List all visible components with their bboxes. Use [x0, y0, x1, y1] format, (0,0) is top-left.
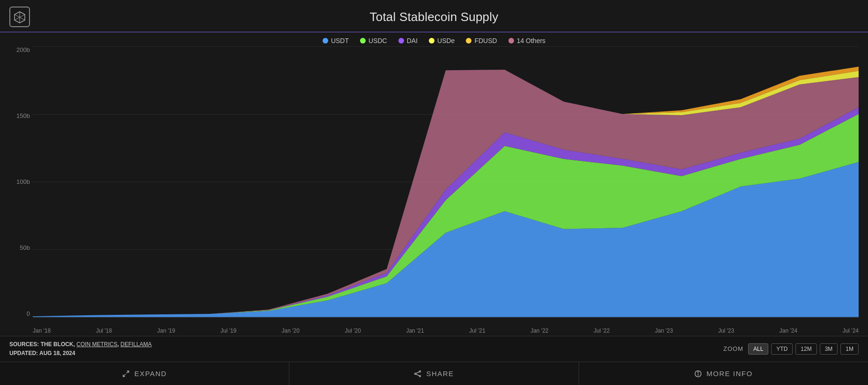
dai-dot: [398, 38, 404, 44]
x-label-jul22: Jul '22: [594, 327, 610, 334]
y-label-50b: 50b: [9, 244, 30, 251]
sources-label: SOURCES: THE BLOCK,: [9, 341, 76, 348]
svg-point-8: [415, 373, 416, 374]
share-label: SHARE: [426, 370, 454, 378]
legend-item-usdc: USDC: [360, 37, 387, 44]
y-label-0: 0: [9, 310, 30, 317]
app-container: Total Stablecoin Supply USDT USDC DAI US…: [0, 0, 868, 385]
fdusd-label: FDUSD: [474, 37, 497, 44]
x-label-jan18: Jan '18: [33, 327, 51, 334]
usdt-dot: [323, 38, 328, 44]
x-label-jan21: Jan '21: [406, 327, 424, 334]
y-axis: 200b 150b 100b 50b 0: [9, 46, 33, 317]
svg-point-9: [419, 375, 421, 377]
svg-line-11: [416, 374, 419, 375]
updated-label: UPDATED: AUG 18, 2024: [9, 350, 75, 356]
grid-line-bot: [33, 317, 859, 318]
expand-icon: [122, 370, 130, 378]
zoom-3m-button[interactable]: 3M: [820, 343, 838, 355]
legend-item-fdusd: FDUSD: [466, 37, 497, 44]
zoom-1m-button[interactable]: 1M: [840, 343, 859, 355]
footer-bar: SOURCES: THE BLOCK, COIN METRICS, DEFILL…: [0, 336, 868, 362]
x-label-jan22: Jan '22: [530, 327, 548, 334]
zoom-ytd-button[interactable]: YTD: [771, 343, 793, 355]
defillama-link[interactable]: DEFILLAMA: [120, 341, 152, 348]
info-icon: [694, 370, 702, 378]
more-info-label: MORE INFO: [706, 370, 753, 378]
legend-item-dai: DAI: [398, 37, 418, 44]
y-label-150b: 150b: [9, 112, 30, 119]
dai-label: DAI: [407, 37, 418, 44]
action-bar: EXPAND SHARE MORE INFO: [0, 362, 868, 385]
zoom-all-button[interactable]: ALL: [748, 343, 768, 355]
chart-title: Total Stablecoin Supply: [370, 10, 499, 24]
share-icon: [414, 370, 421, 378]
chart-area: 200b 150b 100b 50b 0: [0, 46, 868, 336]
x-label-jul20: Jul '20: [345, 327, 361, 334]
usde-label: USDe: [437, 37, 455, 44]
expand-label: EXPAND: [134, 370, 167, 378]
legend: USDT USDC DAI USDe FDUSD 14 Others: [0, 32, 868, 46]
others-dot: [508, 38, 514, 44]
others-label: 14 Others: [517, 37, 545, 44]
svg-point-14: [698, 371, 698, 372]
x-label-jul24: Jul '24: [843, 327, 859, 334]
y-label-100b: 100b: [9, 178, 30, 185]
expand-button[interactable]: EXPAND: [0, 362, 289, 385]
x-label-jul21: Jul '21: [469, 327, 485, 334]
sources-line1: SOURCES: THE BLOCK, COIN METRICS, DEFILL…: [9, 340, 152, 349]
share-button[interactable]: SHARE: [289, 362, 579, 385]
zoom-label: ZOOM: [723, 345, 743, 352]
x-label-jul19: Jul '19: [221, 327, 236, 334]
legend-item-others: 14 Others: [508, 37, 545, 44]
stacked-area-chart: [33, 46, 859, 317]
legend-item-usde: USDe: [429, 37, 455, 44]
svg-point-7: [419, 370, 421, 372]
svg-line-10: [416, 371, 419, 373]
logo-icon: [9, 7, 30, 27]
x-label-jan23: Jan '23: [655, 327, 673, 334]
x-label-jan24: Jan '24: [780, 327, 797, 334]
x-axis: Jan '18 Jul '18 Jan '19 Jul '19 Jan '20 …: [33, 327, 859, 334]
usdc-dot: [360, 38, 366, 44]
legend-item-usdt: USDT: [323, 37, 349, 44]
sources-info: SOURCES: THE BLOCK, COIN METRICS, DEFILL…: [9, 340, 152, 358]
usdc-label: USDC: [368, 37, 387, 44]
more-info-button[interactable]: MORE INFO: [579, 362, 868, 385]
x-label-jul23: Jul '23: [718, 327, 734, 334]
usdt-label: USDT: [331, 37, 349, 44]
x-label-jul18: Jul '18: [96, 327, 112, 334]
sources-line2: UPDATED: AUG 18, 2024: [9, 349, 152, 358]
zoom-controls: ZOOM ALL YTD 12M 3M 1M: [723, 343, 859, 355]
coin-metrics-link[interactable]: COIN METRICS: [76, 341, 117, 348]
chart-inner: [33, 46, 859, 317]
y-label-200b: 200b: [9, 46, 30, 53]
fdusd-dot: [466, 38, 471, 44]
zoom-12m-button[interactable]: 12M: [795, 343, 817, 355]
x-label-jan20: Jan '20: [282, 327, 300, 334]
usde-dot: [429, 38, 434, 44]
x-label-jan19: Jan '19: [157, 327, 175, 334]
header: Total Stablecoin Supply: [0, 0, 868, 27]
